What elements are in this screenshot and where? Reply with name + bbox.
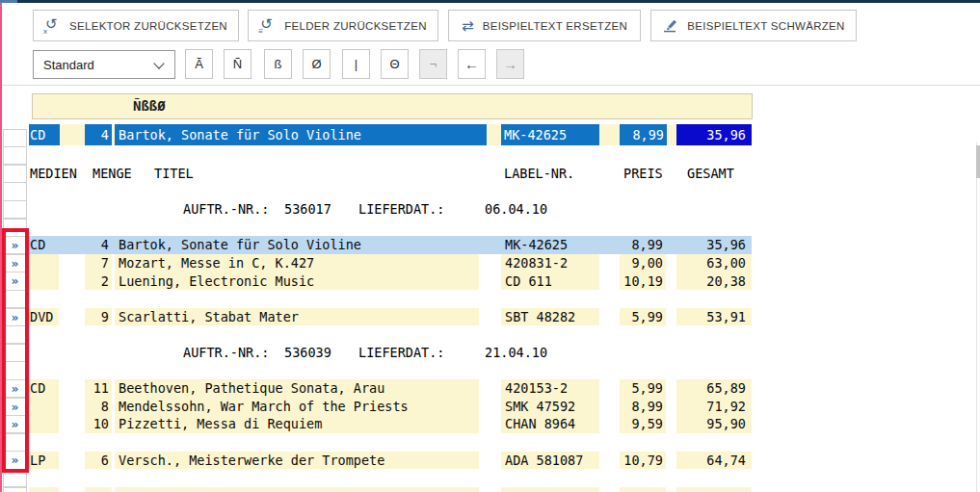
reset-selector-label: SELEKTOR ZURÜCKSETZEN (69, 20, 227, 32)
cell-medien[interactable]: DVD (29, 308, 59, 326)
cell-gesamt[interactable]: 53,91 (676, 308, 752, 326)
cell-menge[interactable] (85, 487, 112, 492)
cell-menge[interactable]: 2 (85, 272, 112, 291)
char-button-theta[interactable]: Θ (381, 49, 409, 79)
selector-cell-menge[interactable]: 4 (85, 124, 112, 145)
order-info-row: AUFTR.-NR.:536039LIEFERDAT.:21.04.10 (0, 344, 980, 362)
reset-fields-button[interactable]: ↺≡ FELDER ZURÜCKSETZEN (248, 10, 438, 41)
cell-medien[interactable] (29, 398, 59, 416)
cell-gesamt[interactable]: 65,89 (676, 379, 752, 398)
cell-menge[interactable]: 4 (85, 236, 112, 254)
cell-menge[interactable]: 7 (85, 254, 112, 272)
reset-selector-button[interactable]: ↺x SELEKTOR ZURÜCKSETZEN (33, 10, 239, 41)
cell-medien[interactable]: CD (29, 236, 59, 254)
cell-gesamt[interactable]: 95,90 (676, 415, 752, 433)
cell-label-nr[interactable]: CD 611 (501, 272, 599, 291)
redact-sample-text-button[interactable]: BEISPIELTEXT SCHWÄRZEN (650, 10, 857, 41)
delivery-date-value: 06.04.10 (485, 200, 547, 219)
sample-characters-field[interactable]: ÑßßØ (32, 93, 753, 119)
cell-label-nr[interactable] (501, 487, 599, 492)
char-button-pipe[interactable]: | (342, 49, 370, 79)
char-button-eszett[interactable]: ß (264, 49, 292, 79)
selector-template-row[interactable]: CD 4 Bartok, Sonate für Solo Violine MK-… (29, 124, 752, 145)
selector-cell-empty (3, 361, 27, 379)
cell-menge[interactable]: 10 (85, 415, 112, 433)
cell-label-nr[interactable]: MK-42625 (501, 236, 599, 254)
order-number-value: 536039 (284, 344, 331, 362)
cell-preis[interactable]: 10,19 (620, 272, 666, 291)
char-button-n-tilde[interactable]: Ñ (224, 49, 252, 79)
cell-gesamt[interactable] (676, 487, 752, 492)
cell-preis[interactable]: 9,00 (620, 254, 666, 272)
table-row (0, 487, 980, 492)
cell-medien[interactable] (29, 415, 59, 433)
cell-titel[interactable]: Mendelssohn, War March of the Priests (115, 398, 479, 416)
cell-label-nr[interactable]: SMK 47592 (501, 398, 599, 416)
cell-gesamt[interactable]: 64,74 (676, 452, 752, 470)
cell-titel[interactable]: Pizzetti, Messa di Requiem (115, 415, 479, 433)
selector-cell-empty (3, 182, 27, 200)
order-number-value: 536017 (284, 200, 331, 219)
cell-titel[interactable]: Versch., Meisterwerke der Trompete (115, 452, 479, 470)
redact-sample-text-icon (662, 18, 678, 33)
table-row: LP6Versch., Meisterwerke der TrompeteADA… (0, 452, 980, 470)
selector-cell-empty (3, 469, 27, 487)
table-header-row: MEDIENMENGETITELLABEL-NR.PREISGESAMT (0, 165, 980, 183)
selector-cell-empty (3, 325, 27, 344)
table-row: CD11Beethoven, Pathetique Sonata, Arau42… (0, 379, 980, 398)
scrollbar-track (976, 142, 977, 492)
cell-titel[interactable]: Mozart, Messe in C, K.427 (115, 254, 479, 272)
cell-titel[interactable] (115, 487, 479, 492)
cell-medien[interactable] (29, 487, 59, 492)
char-button-a-tilde[interactable]: Ã (185, 49, 213, 79)
cell-preis[interactable]: 8,99 (620, 398, 666, 416)
cell-menge[interactable]: 6 (85, 452, 112, 470)
cell-label-nr[interactable]: 420153-2 (501, 379, 599, 398)
cell-menge[interactable]: 9 (85, 308, 112, 326)
cell-gesamt[interactable]: 71,92 (676, 398, 752, 416)
selector-cell-medien[interactable]: CD (29, 124, 60, 145)
char-button-o-slash[interactable]: Ø (303, 49, 331, 79)
cursor-right-button: → (496, 49, 524, 79)
cell-medien[interactable] (29, 254, 59, 272)
cell-preis[interactable]: 9,59 (620, 415, 666, 433)
selector-cell-titel[interactable]: Bartok, Sonate für Solo Violine (115, 124, 487, 145)
cell-gesamt[interactable]: 35,96 (676, 236, 752, 254)
selector-cell-preis[interactable]: 8,99 (620, 124, 667, 145)
table-row: 7Mozart, Messe in C, K.427420831-29,0063… (0, 254, 980, 272)
selector-cell-empty (3, 219, 27, 237)
cell-preis[interactable]: 5,99 (620, 379, 666, 398)
selector-cell-empty (3, 290, 27, 308)
table-row: 2Luening, Electronic MusicCD 61110,1920,… (0, 272, 980, 291)
cell-label-nr[interactable]: SBT 48282 (501, 308, 599, 326)
cell-medien[interactable]: LP (29, 452, 59, 470)
cell-medien[interactable] (29, 272, 59, 291)
cell-label-nr[interactable]: 420831-2 (501, 254, 599, 272)
cell-menge[interactable]: 11 (85, 379, 112, 398)
selector-cell-empty (3, 433, 27, 452)
replace-sample-text-button[interactable]: ⇄ BEISPIELTEXT ERSETZEN (448, 10, 641, 41)
cell-label-nr[interactable]: CHAN 8964 (501, 415, 599, 433)
cell-medien[interactable]: CD (29, 379, 59, 398)
cell-titel[interactable]: Scarlatti, Stabat Mater (115, 308, 479, 326)
column-header-gesamt: GESAMT (687, 165, 734, 183)
redact-sample-text-label: BEISPIELTEXT SCHWÄRZEN (687, 20, 844, 32)
delivery-date-label: LIEFERDAT.: (358, 200, 444, 219)
cell-titel[interactable]: Bartok, Sonate für Solo Violine (115, 236, 479, 254)
cell-preis[interactable]: 5,99 (620, 308, 666, 326)
cell-titel[interactable]: Beethoven, Pathetique Sonata, Arau (115, 379, 479, 398)
cell-label-nr[interactable]: ADA 581087 (501, 452, 599, 470)
cell-menge[interactable]: 8 (85, 398, 112, 416)
cursor-left-button[interactable]: ← (458, 49, 486, 79)
selector-cell-label-nr[interactable]: MK-42625 (501, 124, 599, 145)
char-button-not-sign: ¬ (419, 49, 447, 79)
cell-gesamt[interactable]: 63,00 (676, 254, 752, 272)
cell-preis[interactable]: 10,79 (620, 452, 666, 470)
cell-gesamt[interactable]: 20,38 (676, 272, 752, 291)
selector-cell-gesamt[interactable]: 35,96 (676, 124, 752, 145)
scrollbar-thumb[interactable] (976, 145, 980, 178)
cell-titel[interactable]: Luening, Electronic Music (115, 272, 479, 291)
profile-select[interactable]: Standard (33, 50, 175, 79)
cell-preis[interactable] (620, 487, 666, 492)
cell-preis[interactable]: 8,99 (620, 236, 666, 254)
